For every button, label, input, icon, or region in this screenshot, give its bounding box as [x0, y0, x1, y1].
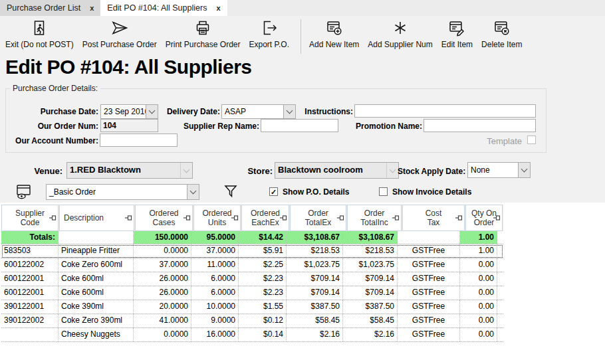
table-cell: Coke 390ml	[59, 300, 134, 314]
chevron-down-icon	[390, 166, 396, 173]
column-pin-icon[interactable]	[49, 215, 57, 221]
column-header[interactable]: Qty On Order	[465, 205, 503, 231]
table-row[interactable]: 390122002Coke Zero 390ml41.00009.0000$0.…	[1, 314, 503, 328]
column-pin-icon[interactable]	[455, 215, 463, 221]
column-pin-icon[interactable]	[392, 215, 400, 221]
app-window: Purchase Order List x Edit PO #104: All …	[0, 0, 605, 364]
table-cell: $387.50	[287, 300, 343, 314]
dropdown-button	[180, 163, 192, 178]
table-cell: $1,023.75	[343, 258, 398, 272]
show-invoice-details-checkbox[interactable]	[379, 187, 388, 196]
column-header[interactable]: Description	[59, 205, 134, 231]
table-cell: 600122002	[1, 258, 59, 272]
venue-label: Venue:	[20, 165, 62, 178]
post-purchase-order-button[interactable]: Post Purchase Order	[82, 17, 157, 49]
our-account-number-input[interactable]	[100, 134, 178, 147]
template-checkbox[interactable]	[527, 136, 536, 144]
table-row[interactable]: 600122001Coke 600ml26.00006.0000$2.23$70…	[1, 286, 503, 300]
dropdown-button[interactable]	[146, 105, 158, 118]
print-purchase-order-button[interactable]: Print Purchase Order	[166, 17, 241, 49]
table-cell: 0.00	[460, 286, 497, 300]
table-cell: $2.23	[239, 286, 287, 300]
column-header[interactable]: Order TotalEx	[290, 205, 346, 231]
store-combo[interactable]: Blacktown coolroom	[275, 162, 399, 179]
delivery-date-combo[interactable]: ASAP	[221, 104, 296, 119]
column-header[interactable]: Ordered Cases	[135, 205, 193, 231]
dropdown-button[interactable]	[187, 185, 199, 199]
table-row[interactable]: 390122001Coke 390ml20.000010.0000$1.55$3…	[1, 300, 503, 314]
table-cell: $2.23	[239, 272, 287, 286]
table-cell: 390122002	[1, 314, 59, 327]
table-cell: Totals:	[1, 231, 59, 244]
table-row[interactable]: 600122001Coke 600ml26.00006.0000$2.23$70…	[1, 272, 503, 286]
table-cell: $387.50	[343, 300, 398, 314]
column-header[interactable]: Order TotalInc	[347, 205, 402, 231]
stock-apply-date-combo[interactable]: None	[467, 162, 531, 178]
dropdown-button[interactable]	[283, 105, 295, 118]
table-cell: 583503	[1, 244, 59, 258]
table-cell: GSTFree	[398, 272, 460, 286]
order-type-value: _Basic Order	[47, 185, 187, 199]
instructions-label: Instructions:	[302, 105, 353, 118]
stock-apply-date-label: Stock Apply Date:	[398, 165, 464, 178]
exit-button[interactable]: Exit (Do not POST)	[5, 17, 74, 49]
table-row[interactable]: 600122002Coke Zero 600ml37.000011.0000$2…	[1, 258, 503, 272]
delete-item-button[interactable]: Delete Item	[481, 17, 522, 49]
table-cell	[1, 328, 59, 341]
table-cell: 10.0000	[191, 300, 239, 314]
supplier-rep-name-input[interactable]	[261, 119, 338, 132]
purchase-date-combo[interactable]: 23 Sep 2016	[100, 104, 158, 119]
show-po-details-checkbox[interactable]: ✓	[269, 187, 278, 196]
table-cell: Cheesy Nuggets	[59, 328, 134, 341]
column-pin-icon[interactable]	[493, 215, 501, 221]
table-row[interactable]: 583503Pineapple Fritter0.000037.0000$5.9…	[1, 244, 503, 258]
table-cell: $2.25	[239, 258, 287, 272]
table-cell: $58.45	[287, 314, 343, 327]
table-row[interactable]: Cheesy Nuggets0.000016.0000$0.14$2.16$2.…	[1, 328, 503, 342]
toolbar: Exit (Do not POST) Post Purchase Order P…	[0, 17, 605, 56]
column-pin-icon[interactable]	[280, 215, 287, 221]
export-po-button[interactable]: Export P.O.	[249, 17, 289, 49]
edit-item-button[interactable]: Edit Item	[441, 17, 473, 49]
table-cell: GSTFree	[398, 314, 460, 327]
column-header[interactable]: Ordered EachEx	[241, 205, 289, 231]
column-header[interactable]: Cost Tax	[402, 205, 465, 231]
our-order-num-label: Our Order Num:	[27, 120, 98, 133]
table-cell: Coke 600ml	[59, 286, 134, 300]
order-type-combo[interactable]: _Basic Order	[46, 184, 199, 200]
tab-edit-po[interactable]: Edit PO #104: All Suppliers x	[100, 0, 227, 16]
table-cell: 26.0000	[134, 272, 191, 286]
tab-close-icon[interactable]: x	[216, 4, 220, 12]
table-cell: 150.0000	[134, 231, 191, 244]
table-cell: GSTFree	[398, 300, 460, 314]
dropdown-button[interactable]	[518, 163, 530, 177]
table-cell: 41.0000	[134, 314, 191, 327]
purchase-date-label: Purchase Date:	[27, 105, 98, 118]
add-new-item-button[interactable]: Add New Item	[309, 17, 359, 49]
column-pin-icon[interactable]	[183, 215, 191, 221]
table-cell: 0.00	[460, 314, 497, 327]
send-plane-icon	[111, 19, 128, 37]
tab-purchase-order-list[interactable]: Purchase Order List x	[0, 0, 100, 16]
venue-value: 1.RED Blacktown	[67, 163, 180, 178]
store-value: Blacktown coolroom	[275, 163, 386, 178]
filter-funnel-icon[interactable]	[224, 185, 237, 201]
order-view-icon[interactable]	[16, 184, 32, 203]
table-cell: $58.45	[343, 314, 398, 327]
table-cell: $709.14	[287, 272, 343, 286]
column-pin-icon[interactable]	[231, 215, 239, 221]
instructions-input[interactable]	[354, 104, 536, 118]
table-cell: 1.00	[460, 244, 497, 258]
export-arrow-icon	[261, 19, 278, 37]
column-header[interactable]: Supplier Code	[1, 205, 59, 231]
column-pin-icon[interactable]	[337, 215, 344, 221]
column-header[interactable]: Ordered Units	[193, 205, 241, 231]
table-cell: $0.12	[239, 314, 287, 327]
purchase-order-grid: Supplier CodeDescriptionOrdered CasesOrd…	[1, 205, 503, 342]
add-supplier-num-button[interactable]: Add Supplier Num	[368, 17, 432, 49]
column-pin-icon[interactable]	[125, 215, 132, 221]
venue-combo[interactable]: 1.RED Blacktown	[66, 162, 193, 179]
table-cell: GSTFree	[398, 258, 460, 272]
promotion-name-input[interactable]	[424, 119, 536, 132]
tab-close-icon[interactable]: x	[90, 4, 94, 12]
